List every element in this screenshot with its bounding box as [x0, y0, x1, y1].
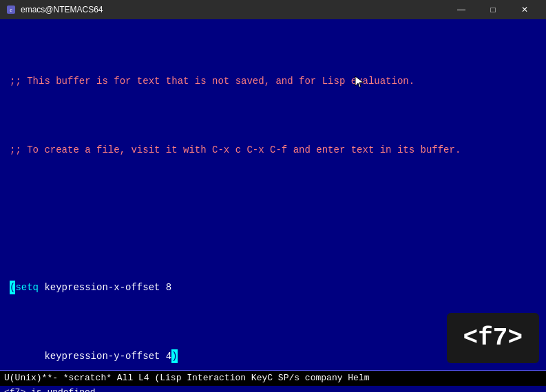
svg-text:e: e — [10, 7, 12, 13]
line-comment: ;; To create a file, visit it with C-x c… — [10, 143, 461, 157]
line-empty — [10, 212, 15, 226]
editor-line: ;; This buffer is for text that is not s… — [0, 74, 546, 88]
editor-line: (setq keypression-x-offset 8 — [0, 281, 546, 294]
editor-line: ;; To create a file, visit it with C-x c… — [0, 143, 546, 157]
window-title: emacs@NTEMACS64 — [21, 5, 445, 14]
close-button[interactable]: ✕ — [509, 0, 540, 19]
status-text: U(Unix)**- *scratch* All L4 (Lisp Intera… — [4, 373, 370, 383]
line-code: (setq keypression-x-offset 8 — [10, 281, 171, 294]
minibuffer: <f7> is undefined — [0, 385, 546, 392]
line-comment: ;; This buffer is for text that is not s… — [10, 74, 414, 88]
editor-line — [0, 212, 546, 226]
status-bar: U(Unix)**- *scratch* All L4 (Lisp Intera… — [0, 370, 546, 385]
maximize-button[interactable]: □ — [477, 0, 509, 19]
key-overlay-text: <f7> — [463, 324, 523, 352]
app-icon: e — [6, 4, 17, 15]
key-overlay: <f7> — [447, 313, 539, 363]
minimize-button[interactable]: — — [445, 0, 477, 19]
window-controls: — □ ✕ — [445, 0, 540, 19]
cursor-end: ) — [171, 349, 177, 363]
titlebar: e emacs@NTEMACS64 — □ ✕ — [0, 0, 546, 19]
editor-area[interactable]: ;; This buffer is for text that is not s… — [0, 19, 546, 370]
status-bar-text: U(Unix)**- *scratch* All L4 (Lisp Intera… — [0, 371, 546, 386]
minibuffer-text: <f7> is undefined — [4, 387, 96, 393]
line-code: keypression-y-offset 4) — [10, 349, 178, 363]
